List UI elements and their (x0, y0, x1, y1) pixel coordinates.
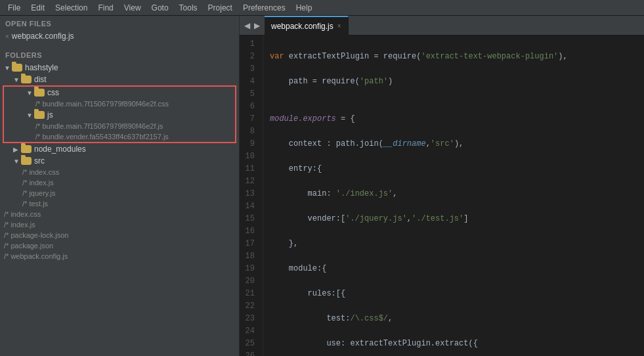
file-bundle-main-js[interactable]: /* bundle.main.7f15067979f890f46e2f.js (4, 121, 235, 131)
menu-file[interactable]: File (3, 2, 26, 14)
arrow-dist: ▼ (13, 76, 21, 83)
file-comment-main-js: /* bundle.main.7f15067979f890f46e2f.js (35, 122, 163, 130)
line-numbers: 1 2 3 4 5 6 7 8 9 10 11 12 13 14 15 16 1… (240, 35, 263, 356)
menu-preferences[interactable]: Preferences (238, 2, 291, 14)
arrow-js: ▼ (26, 112, 34, 119)
arrow-node-modules: ▶ (13, 146, 21, 153)
file-src-index-js[interactable]: /* index.js (0, 177, 239, 188)
folder-icon-node-modules (21, 145, 32, 153)
file-comment-root-index-js: /* index.js (4, 221, 35, 229)
folder-src[interactable]: ▼ src (0, 155, 239, 167)
folder-hashstyle[interactable]: ▼ hashstyle (0, 62, 239, 74)
file-src-jquery-js[interactable]: /* jquery.js (0, 188, 239, 198)
folder-css[interactable]: ▼ css (4, 87, 235, 99)
nav-left-icon[interactable]: ◀ (242, 20, 252, 32)
file-comment-src-index-js: /* index.js (22, 179, 54, 187)
open-file-item[interactable]: × webpack.config.js (0, 30, 239, 42)
folders-section: FOLDERS ▼ hashstyle ▼ dist ▼ css (0, 45, 239, 261)
tab-label: webpack.config.js (271, 22, 333, 31)
code-area[interactable]: 1 2 3 4 5 6 7 8 9 10 11 12 13 14 15 16 1… (240, 35, 644, 356)
folder-icon-hashstyle (12, 64, 22, 72)
menu-help[interactable]: Help (291, 2, 318, 14)
folder-label-node-modules: node_modules (34, 145, 86, 154)
folder-js[interactable]: ▼ js (4, 109, 235, 121)
arrow-src: ▼ (13, 158, 21, 165)
file-root-package-lock[interactable]: /* package-lock.json (0, 230, 239, 240)
file-root-webpack-config[interactable]: /* webpack.config.js (0, 251, 239, 261)
folder-icon-src (21, 157, 32, 165)
file-comment-src-jquery-js: /* jquery.js (22, 189, 56, 197)
arrow-css: ▼ (26, 89, 34, 97)
menu-view[interactable]: View (119, 2, 146, 14)
file-root-index-css[interactable]: /* index.css (0, 209, 239, 219)
file-comment-root-index-css: /* index.css (4, 210, 41, 218)
tab-close-icon[interactable]: × (337, 22, 341, 30)
main-layout: OPEN FILES × webpack.config.js FOLDERS ▼… (0, 16, 644, 356)
folder-icon-css (34, 89, 45, 97)
sidebar: OPEN FILES × webpack.config.js FOLDERS ▼… (0, 16, 240, 356)
editor-area: ◀ ▶ webpack.config.js × 1 2 3 4 5 6 7 8 … (240, 16, 644, 356)
file-comment-root-package-lock: /* package-lock.json (4, 231, 68, 239)
menu-edit[interactable]: Edit (26, 2, 50, 14)
folder-label-js: js (47, 110, 53, 120)
file-comment-root-webpack-config: /* webpack.config.js (4, 252, 68, 260)
folders-header: FOLDERS (0, 47, 239, 62)
menu-bar: File Edit Selection Find View Goto Tools… (0, 0, 644, 16)
file-comment-root-package-json: /* package.json (4, 242, 53, 250)
menu-selection[interactable]: Selection (50, 2, 93, 14)
folder-icon-dist (21, 76, 32, 83)
folder-label-dist: dist (34, 75, 47, 84)
nav-arrows: ◀ ▶ (240, 20, 265, 32)
file-comment-css: /* bundle.main.7f15067979f890f46e2f.css (35, 100, 169, 108)
folder-label-hashstyle: hashstyle (25, 63, 58, 72)
file-src-index-css[interactable]: /* index.css (0, 167, 239, 177)
folder-label-src: src (34, 156, 45, 166)
folder-dist[interactable]: ▼ dist (0, 74, 239, 85)
menu-goto[interactable]: Goto (146, 2, 174, 14)
folder-node-modules[interactable]: ▶ node_modules (0, 143, 239, 155)
file-root-package-json[interactable]: /* package.json (0, 240, 239, 251)
menu-tools[interactable]: Tools (174, 2, 203, 14)
code-content[interactable]: var extractTextPlugin = require('extract… (263, 35, 644, 356)
tab-bar: ◀ ▶ webpack.config.js × (240, 16, 644, 35)
open-files-section: OPEN FILES × webpack.config.js (0, 16, 239, 45)
open-file-name: webpack.config.js (12, 32, 74, 41)
menu-find[interactable]: Find (93, 2, 118, 14)
nav-right-icon[interactable]: ▶ (252, 20, 262, 32)
file-bundle-vender-js[interactable]: /* bundle.vender.fa55433ff4c637bf2157.js (4, 131, 235, 142)
file-bundle-css[interactable]: /* bundle.main.7f15067979f890f46e2f.css (4, 99, 235, 109)
close-file-icon[interactable]: × (5, 33, 9, 40)
file-comment-vender-js: /* bundle.vender.fa55433ff4c637bf2157.js (35, 133, 169, 141)
folder-label-css: css (47, 88, 59, 97)
tab-webpack-config[interactable]: webpack.config.js × (265, 16, 349, 35)
folder-icon-js (34, 111, 45, 119)
selection-box: ▼ css /* bundle.main.7f15067979f890f46e2… (3, 85, 236, 143)
file-src-test-js[interactable]: /* test.js (0, 198, 239, 209)
file-comment-src-test-js: /* test.js (22, 200, 48, 208)
arrow-hashstyle: ▼ (4, 64, 12, 72)
menu-project[interactable]: Project (203, 2, 238, 14)
file-comment-src-index-css: /* index.css (22, 168, 59, 176)
file-root-index-js[interactable]: /* index.js (0, 219, 239, 230)
open-files-header: OPEN FILES (0, 16, 239, 30)
